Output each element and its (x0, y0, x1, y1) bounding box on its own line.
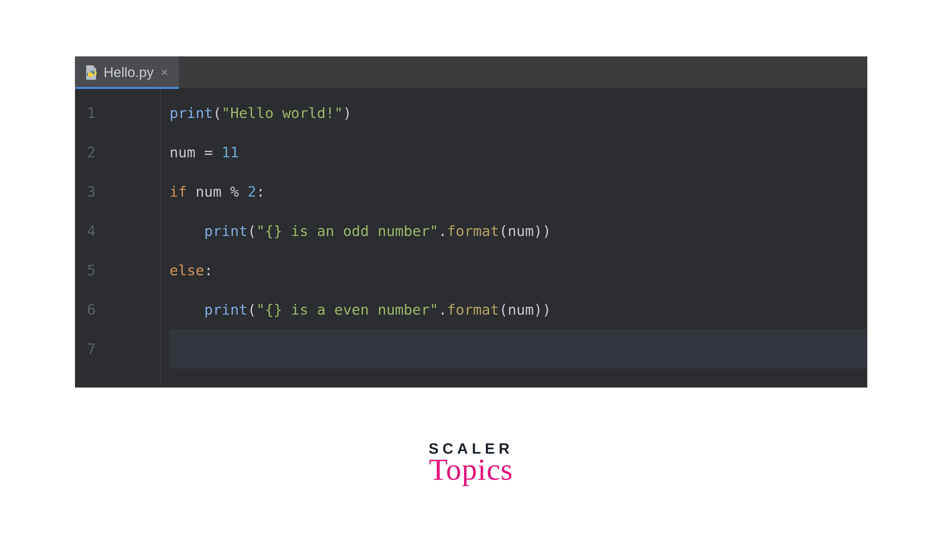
code-line: else: (169, 251, 867, 290)
tab-bar: Hello.py × (75, 57, 867, 88)
tab-hello-py[interactable]: Hello.py × (75, 57, 179, 88)
code-line: print("Hello world!") (169, 93, 867, 133)
line-number-gutter: 1 2 3 4 5 6 7 (75, 88, 161, 387)
line-number: 3 (75, 172, 160, 211)
code-content[interactable]: print("Hello world!") num = 11 if num % … (161, 88, 867, 387)
line-number: 4 (75, 211, 160, 251)
code-line (169, 329, 867, 369)
line-number: 2 (75, 133, 160, 172)
code-line: if num % 2: (169, 172, 867, 211)
line-number: 1 (75, 93, 160, 133)
editor-area: 1 2 3 4 5 6 7 print("Hello world!") num … (75, 88, 867, 387)
code-editor: Hello.py × 1 2 3 4 5 6 7 print("Hello wo… (75, 57, 867, 388)
brand-logo: SCALER Topics (428, 440, 513, 487)
line-number: 5 (75, 251, 160, 290)
line-number: 6 (75, 290, 160, 329)
code-line: num = 11 (169, 133, 867, 172)
tab-label: Hello.py (103, 64, 154, 80)
tab-close-icon[interactable]: × (159, 66, 168, 78)
code-line: print("{} is a even number".format(num)) (169, 290, 867, 329)
brand-logo-bottom: Topics (428, 452, 513, 487)
code-line: print("{} is an odd number".format(num)) (169, 211, 867, 251)
python-file-icon (85, 65, 99, 80)
line-number: 7 (75, 329, 160, 369)
